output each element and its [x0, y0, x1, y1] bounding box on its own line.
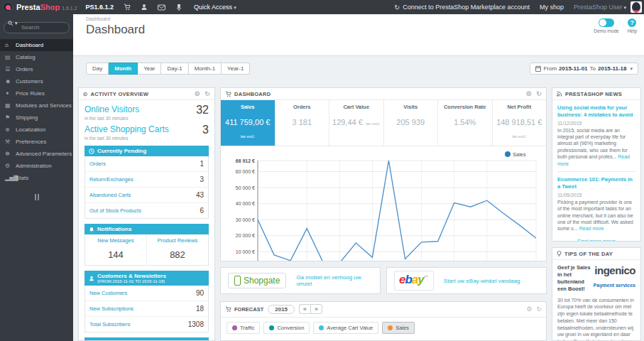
online-visitors-link[interactable]: Online Visitors: [84, 104, 139, 114]
kpi-orders[interactable]: Orders3 181: [275, 100, 330, 146]
lightbulb-icon: [557, 251, 562, 257]
panel-refresh-icon[interactable]: ↻: [536, 90, 542, 97]
messages-icon[interactable]: [158, 4, 165, 11]
topbar: PrestaShop 1.6.1.2 PS1.6.1.2 Quick Acces…: [0, 0, 644, 14]
filter-row: Day Month Year Day-1 Month-1 Year-1 From…: [73, 61, 644, 77]
news-article-excerpt: In 2015, social media are an integral pa…: [557, 127, 635, 168]
news-article-date: 11/12/2015: [557, 121, 635, 126]
brand: PrestaShop: [16, 3, 60, 11]
sidebar-item-preferences[interactable]: ⚒Preferences: [0, 136, 73, 148]
range-day[interactable]: Day: [86, 63, 109, 75]
dashboard-icon: ⌂: [5, 42, 16, 48]
my-shop-link[interactable]: My shop: [540, 4, 564, 11]
panel-settings-icon[interactable]: ⚙: [526, 305, 532, 313]
forecast-next-button[interactable]: »: [310, 304, 322, 314]
sidebar-item-administration[interactable]: ⚙Administration: [0, 160, 73, 172]
sidebar-item-modules[interactable]: ▦Modules and Services: [0, 99, 73, 112]
panel-refresh-icon[interactable]: ↻: [204, 90, 210, 97]
find-more-news-link[interactable]: Find more news: [557, 238, 635, 242]
news-article-date: 11/05/2015: [557, 193, 635, 197]
ebay-banner[interactable]: ebay™ Start uw eBay-winkel vandaag: [386, 267, 547, 294]
svg-text:10 000 €: 10 000 €: [236, 249, 255, 254]
kpi-net-profit[interactable]: Net Profit148 918,51 € tax excl.: [493, 100, 547, 146]
product-reviews-cell[interactable]: Product Reviews882: [146, 234, 208, 265]
kpi-conversion-rate[interactable]: Conversion Rate1.54%: [438, 100, 493, 146]
forecast-year[interactable]: 2015: [268, 305, 295, 314]
sidebar-item-stats[interactable]: ▂▅▇Stats: [0, 172, 73, 184]
svg-text:Sales: Sales: [513, 151, 526, 158]
breadcrumb: Dashboard: [86, 16, 110, 21]
dashboard-panel: DASHBOARD ⚙↻ Sales411 759,00 € tax excl.…: [220, 87, 547, 261]
range-day-1[interactable]: Day-1: [161, 63, 188, 75]
brand-version: 1.6.1.2: [62, 6, 77, 11]
prestashop-admin: PrestaShop 1.6.1.2 PS1.6.1.2 Quick Acces…: [0, 0, 644, 341]
forecast-metric-toggles: Traffic Conversion Average Cart Value Sa…: [221, 318, 546, 338]
range-year[interactable]: Year: [138, 63, 161, 75]
cart-icon[interactable]: [124, 4, 131, 11]
kpi-visits[interactable]: Visits205 939: [384, 100, 439, 146]
new-customers-row[interactable]: New Customers90: [85, 286, 208, 301]
range-month-1[interactable]: Month-1: [189, 63, 222, 75]
forecast-prev-button[interactable]: «: [299, 304, 310, 314]
quick-access-menu[interactable]: Quick Access▾: [194, 4, 236, 11]
sidebar-item-orders[interactable]: ☰Orders: [0, 63, 73, 75]
total-subscribers-row[interactable]: Total Subscribers1308: [85, 317, 208, 332]
panel-settings-icon[interactable]: ⚙: [526, 90, 532, 97]
kpi-sales[interactable]: Sales411 759,00 € tax excl.: [221, 100, 275, 146]
svg-text:30 000 €: 30 000 €: [236, 217, 255, 222]
prestashop-logo[interactable]: [3, 2, 13, 12]
range-year-1[interactable]: Year-1: [222, 63, 250, 75]
pending-row-orders[interactable]: Orders1: [85, 156, 208, 172]
metric-traffic[interactable]: Traffic: [227, 322, 260, 334]
sidebar-item-shipping[interactable]: ⚑Shipping: [0, 112, 73, 124]
new-subscriptions-row[interactable]: New Subscriptions18: [85, 301, 208, 317]
preferences-icon: ⚒: [5, 139, 16, 145]
news-article-title[interactable]: Using social media for your business: 4 …: [557, 104, 635, 119]
person-icon: [89, 276, 94, 281]
administration-icon: ⚙: [5, 163, 16, 169]
sidebar-item-customers[interactable]: ☻Customers: [0, 75, 73, 87]
sidebar-item-advanced-parameters[interactable]: ☸Advanced Parameters: [0, 148, 73, 160]
sidebar-collapse-handle[interactable]: [33, 194, 40, 200]
metric-average-cart-value[interactable]: Average Cart Value: [313, 322, 378, 334]
date-range-picker[interactable]: From2015-11-01 To2015-11-18 ▾: [530, 63, 638, 75]
tip-body: 30 tot 70% van de consumenten in Europa …: [557, 297, 635, 341]
svg-text:50 000 €: 50 000 €: [236, 185, 255, 190]
metric-sales[interactable]: Sales: [382, 322, 415, 334]
customer-icon[interactable]: [141, 4, 148, 11]
cart-icon: [225, 306, 231, 313]
sidebar-item-price-rules[interactable]: ✦Price Rules: [0, 87, 73, 99]
sidebar-item-dashboard[interactable]: ⌂Dashboard: [0, 39, 73, 51]
news-article-excerpt: Picking a payment provider is one of the…: [557, 199, 635, 232]
user-avatar[interactable]: [631, 1, 642, 13]
new-messages-cell[interactable]: New Messages144: [85, 234, 146, 265]
trophy-icon[interactable]: [175, 4, 182, 11]
user-menu[interactable]: PrestaShop User▾: [574, 4, 626, 11]
svg-text:20 000 €: 20 000 €: [236, 233, 255, 238]
pending-row-abandoned-carts[interactable]: Abandoned Carts43: [85, 188, 208, 203]
sidebar-item-catalog[interactable]: ▤Catalog: [0, 51, 73, 63]
news-article-title[interactable]: Ecommerce 101: Payments in a Tweet: [557, 176, 635, 190]
range-month[interactable]: Month: [109, 63, 138, 75]
shopgate-link[interactable]: Ga mobiel en verhoog uw omzet: [296, 274, 373, 287]
svg-text:3 082 €: 3 082 €: [239, 261, 255, 262]
shopgate-banner[interactable]: Shopgate Ga mobiel en verhoog uw omzet: [220, 267, 381, 294]
kpi-cart-value[interactable]: Cart Value129,44 € tax excl.: [329, 100, 384, 146]
marketplace-link[interactable]: ↻Connect to PrestaShop Marketplace accou…: [394, 4, 530, 11]
search-icon[interactable]: ▾: [8, 21, 18, 26]
panel-settings-icon[interactable]: ⚙: [195, 90, 200, 97]
customers-newsletters-header: Customers & Newsletters(FROM 2015-11-01 …: [84, 271, 209, 286]
help-icon[interactable]: ?: [628, 18, 636, 27]
ebay-logo: ebay™: [394, 271, 434, 291]
pending-row-out-of-stock[interactable]: Out of Stock Products6: [85, 203, 208, 218]
ebay-link[interactable]: Start uw eBay-winkel vandaag: [444, 278, 520, 284]
sidebar-item-localization[interactable]: ⊕Localization: [0, 124, 73, 136]
sales-chart[interactable]: 11/1/201511/4/201511/6/201511/8/201511/1…: [225, 149, 542, 261]
panel-refresh-icon[interactable]: ↻: [536, 305, 542, 313]
pending-row-returns[interactable]: Return/Exchanges3: [85, 172, 208, 188]
active-carts-link[interactable]: Active Shopping Carts: [84, 124, 169, 134]
demo-mode-toggle[interactable]: [599, 18, 614, 27]
read-more-link[interactable]: Read more: [579, 226, 604, 231]
metric-conversion[interactable]: Conversion: [263, 322, 310, 334]
sales-dot-icon: [388, 325, 393, 330]
